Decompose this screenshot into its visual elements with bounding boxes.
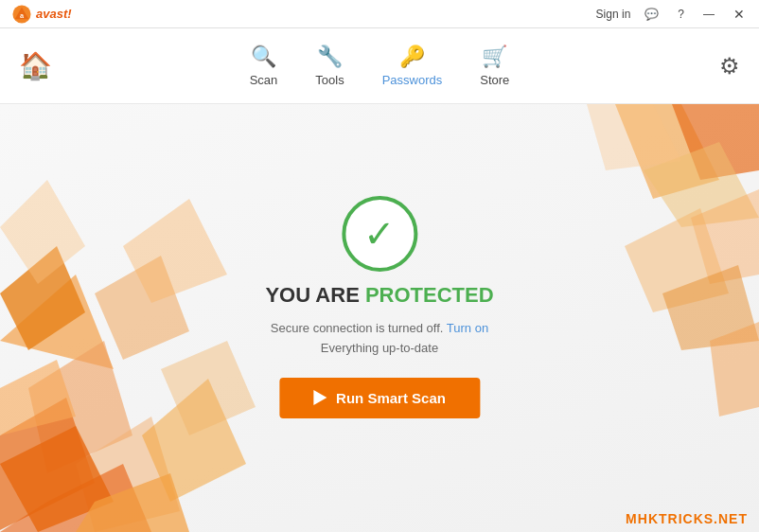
scan-icon: 🔍 <box>251 44 276 69</box>
close-button[interactable]: ✕ <box>729 5 750 24</box>
logo-text: avast! <box>36 7 72 21</box>
status-title: YOU ARE PROTECTED <box>265 283 493 308</box>
store-icon: 🛒 <box>482 44 507 69</box>
nav-bar: 🏠 🔍 Scan 🔧 Tools 🔑 Passwords 🛒 Store ⚙ <box>0 28 759 104</box>
tools-label: Tools <box>315 73 344 87</box>
passwords-icon: 🔑 <box>399 44 425 69</box>
scan-label: Scan <box>250 73 278 87</box>
passwords-label: Passwords <box>382 73 443 87</box>
main-content: ✓ YOU ARE PROTECTED Secure connection is… <box>0 104 759 532</box>
scan-button-label: Run Smart Scan <box>336 390 446 406</box>
turn-on-link[interactable]: Turn on <box>447 321 488 335</box>
uptodate-text: Everything up-to-date <box>321 341 438 355</box>
nav-scan[interactable]: 🔍 Scan <box>250 44 278 87</box>
logo-area: a avast! <box>11 4 72 25</box>
nav-store[interactable]: 🛒 Store <box>480 44 509 87</box>
home-button[interactable]: 🏠 <box>19 50 52 81</box>
help-button[interactable]: ? <box>673 6 689 23</box>
watermark: MHKTRICKS.NET <box>626 511 748 526</box>
check-icon: ✓ <box>363 215 396 253</box>
window-controls: Sign in 💬 ? — ✕ <box>596 5 750 24</box>
title-bar: a avast! Sign in 💬 ? — ✕ <box>0 0 759 28</box>
run-scan-button[interactable]: Run Smart Scan <box>279 378 480 418</box>
nav-items: 🔍 Scan 🔧 Tools 🔑 Passwords 🛒 Store <box>250 44 510 87</box>
minimize-button[interactable]: — <box>698 6 719 23</box>
nav-tools[interactable]: 🔧 Tools <box>315 44 344 87</box>
nav-passwords[interactable]: 🔑 Passwords <box>382 44 443 87</box>
center-status: ✓ YOU ARE PROTECTED Secure connection is… <box>265 196 493 418</box>
avast-logo-icon: a <box>11 4 32 25</box>
store-label: Store <box>480 73 509 87</box>
status-highlighted: PROTECTED <box>365 283 494 307</box>
status-circle: ✓ <box>342 196 417 272</box>
avast-logo: a avast! <box>11 4 72 25</box>
settings-icon: ⚙ <box>719 53 740 79</box>
tools-icon: 🔧 <box>317 44 343 69</box>
sign-in-button[interactable]: Sign in <box>596 8 631 21</box>
play-icon <box>313 390 327 405</box>
settings-button[interactable]: ⚙ <box>719 53 740 80</box>
secure-connection-text: Secure connection is turned off. <box>271 321 444 335</box>
status-prefix: YOU ARE <box>265 283 365 307</box>
svg-marker-8 <box>0 180 85 284</box>
home-icon: 🏠 <box>19 51 52 80</box>
status-subtitle: Secure connection is turned off. Turn on… <box>271 319 488 359</box>
chat-button[interactable]: 💬 <box>640 6 663 23</box>
